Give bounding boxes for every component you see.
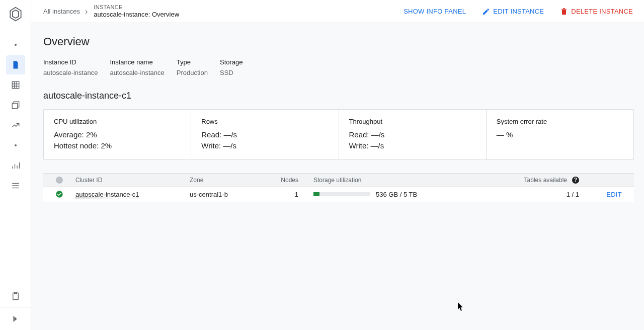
- info-value: Production: [177, 69, 208, 76]
- nav-item-stack[interactable]: [6, 176, 25, 195]
- info-type: Type Production: [177, 58, 208, 76]
- nav-item-dot-1[interactable]: [6, 35, 25, 54]
- trend-icon: [11, 121, 20, 130]
- bar-chart-up-icon: [11, 161, 20, 170]
- storage-text: 536 GB / 5 TB: [376, 191, 417, 198]
- metric-title: Rows: [201, 118, 328, 125]
- col-header-storage[interactable]: Storage utilization: [313, 177, 500, 184]
- info-value: autoscale-instance: [110, 69, 164, 76]
- nav-item-trend[interactable]: [6, 116, 25, 135]
- col-header-cluster-id[interactable]: Cluster ID: [75, 177, 190, 184]
- instance-info-row: Instance ID autoscale-instance Instance …: [43, 58, 634, 76]
- pencil-icon: [482, 8, 490, 16]
- nav-item-instances[interactable]: [6, 55, 25, 74]
- help-icon[interactable]: ?: [572, 177, 579, 184]
- info-label: Instance ID: [43, 58, 98, 66]
- col-header-status: [43, 177, 75, 184]
- svg-rect-13: [13, 316, 14, 321]
- nav-item-tables[interactable]: [6, 75, 25, 95]
- expand-rail-button[interactable]: [0, 307, 31, 326]
- show-info-panel-button[interactable]: SHOW INFO PANEL: [404, 8, 466, 15]
- info-label: Instance name: [110, 58, 164, 66]
- row-tables: 1 / 1: [500, 191, 579, 198]
- document-icon: [11, 60, 20, 69]
- row-storage: 536 GB / 5 TB: [313, 191, 500, 198]
- metric-value: Write: —/s: [349, 140, 476, 151]
- trash-icon: [560, 8, 568, 16]
- info-instance-name: Instance name autoscale-instance: [110, 58, 164, 76]
- top-bar: All instances › INSTANCE autoscale-insta…: [31, 0, 644, 23]
- chevron-right-icon: ›: [85, 7, 88, 16]
- nav-item-release-notes[interactable]: [6, 287, 25, 306]
- clipboard-icon: [11, 292, 20, 301]
- row-nodes: 1: [265, 191, 313, 198]
- metric-value: Read: —/s: [349, 129, 476, 140]
- row-zone: us-central1-b: [190, 191, 265, 198]
- metric-title: CPU utilization: [54, 118, 181, 125]
- metric-value: Read: —/s: [201, 129, 328, 140]
- metric-value: Hottest node: 2%: [54, 140, 181, 151]
- stacked-squares-icon: [11, 101, 20, 110]
- svg-rect-2: [12, 81, 19, 89]
- metric-error-rate: System error rate — %: [487, 110, 633, 159]
- stack-icon: [11, 181, 20, 190]
- svg-marker-1: [13, 10, 19, 18]
- row-status: [43, 190, 75, 198]
- storage-progress-bar: [313, 192, 370, 196]
- metric-cpu: CPU utilization Average: 2% Hottest node…: [44, 110, 191, 159]
- product-logo-icon: [8, 6, 24, 22]
- dot-icon: [15, 144, 17, 146]
- col-header-tables-label: Tables available: [524, 177, 567, 184]
- svg-rect-7: [12, 103, 18, 109]
- metrics-card: CPU utilization Average: 2% Hottest node…: [43, 109, 634, 160]
- info-label: Type: [177, 58, 208, 66]
- edit-instance-label: EDIT INSTANCE: [493, 8, 544, 15]
- dot-icon: [15, 44, 17, 46]
- nav-item-backups[interactable]: [6, 96, 25, 115]
- nav-item-dot-2[interactable]: [6, 136, 25, 155]
- info-value: SSD: [220, 69, 243, 76]
- page-title: Overview: [43, 35, 634, 48]
- row-edit: EDIT: [579, 191, 634, 198]
- table-header: Cluster ID Zone Nodes Storage utilizatio…: [43, 173, 634, 187]
- metric-title: System error rate: [497, 118, 623, 125]
- chevron-right-icon: [12, 315, 20, 323]
- cluster-link[interactable]: autoscale-instance-c1: [75, 191, 139, 198]
- breadcrumb-root[interactable]: All instances: [43, 8, 80, 15]
- row-cluster-id[interactable]: autoscale-instance-c1: [75, 191, 190, 198]
- breadcrumb-label: INSTANCE: [94, 4, 179, 11]
- edit-instance-button[interactable]: EDIT INSTANCE: [482, 8, 544, 16]
- delete-instance-button[interactable]: DELETE INSTANCE: [560, 8, 633, 16]
- info-value: autoscale-instance: [43, 69, 98, 76]
- info-storage: Storage SSD: [220, 58, 243, 76]
- side-nav-rail: [0, 0, 31, 330]
- info-label: Storage: [220, 58, 243, 66]
- main-content: Overview Instance ID autoscale-instance …: [31, 23, 644, 330]
- metric-throughput: Throughput Read: —/s Write: —/s: [339, 110, 487, 159]
- col-header-zone[interactable]: Zone: [190, 177, 265, 184]
- info-instance-id: Instance ID autoscale-instance: [43, 58, 98, 76]
- metric-value: — %: [497, 129, 623, 140]
- check-circle-icon: [55, 190, 63, 198]
- storage-progress-fill: [313, 192, 319, 196]
- table-row: autoscale-instance-c1 us-central1-b 1 53…: [43, 187, 634, 202]
- delete-instance-label: DELETE INSTANCE: [571, 8, 633, 15]
- status-dot-icon: [56, 177, 63, 184]
- svg-marker-0: [10, 8, 21, 21]
- col-header-tables[interactable]: Tables available ?: [500, 177, 579, 184]
- edit-cluster-button[interactable]: EDIT: [606, 191, 622, 198]
- metric-title: Throughput: [349, 118, 476, 125]
- grid-icon: [11, 80, 20, 90]
- clusters-table: Cluster ID Zone Nodes Storage utilizatio…: [43, 173, 634, 202]
- metric-rows: Rows Read: —/s Write: —/s: [191, 110, 339, 159]
- col-header-nodes[interactable]: Nodes: [265, 177, 313, 184]
- nav-item-monitoring[interactable]: [6, 156, 25, 175]
- metric-value: Write: —/s: [201, 140, 328, 151]
- cluster-title: autoscale-instance-c1: [43, 91, 634, 101]
- breadcrumb-title: autoscale-instance: Overview: [94, 11, 179, 19]
- metric-value: Average: 2%: [54, 129, 181, 140]
- breadcrumb-current: INSTANCE autoscale-instance: Overview: [94, 4, 179, 19]
